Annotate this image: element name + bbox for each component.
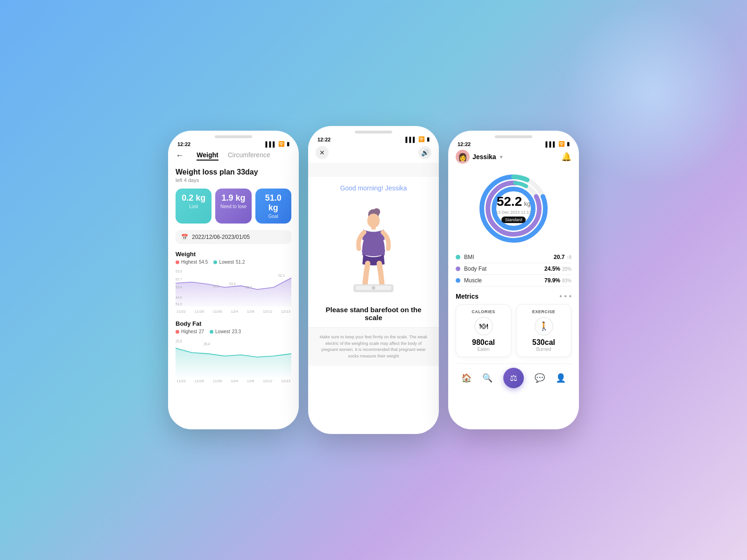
tab-weight[interactable]: Weight (197, 151, 218, 161)
weight-chart-area: 53.5 52.7 53.4 53.9 53.5 55.0 52.2 51.0 … (176, 267, 291, 309)
date-row[interactable]: 📅 2022/12/06-2023/01/05 (176, 230, 291, 244)
status-bar-1: 12:22 ▌▌▌ 🛜 ▮ (168, 138, 299, 147)
bodyfat-dot (456, 266, 460, 271)
scale-instruction: Please stand barefoot on the scale (317, 306, 430, 322)
battery-icon-3: ▮ (567, 141, 570, 147)
svg-text:52.7: 52.7 (176, 277, 182, 282)
stat-lost: 0.2 kg Lost (176, 189, 211, 224)
more-options-icon[interactable]: • • • (559, 292, 571, 301)
bodyfat-x-labels: 11/22 11/26 11/30 12/4 12/8 12/12 12/13 (176, 379, 291, 383)
stat-need-value: 1.9 kg (220, 193, 247, 203)
status-icons-2: ▌▌▌ 🛜 ▮ (406, 136, 430, 142)
stat-goal: 51.0 kg Goal (255, 189, 291, 224)
lowest-legend: Lowest 51.2 (213, 259, 245, 265)
exercise-icon: 🚶 (535, 317, 553, 336)
signal-icon-2: ▌▌▌ (406, 137, 416, 142)
highest-label: Highest (181, 259, 197, 265)
dropdown-icon[interactable]: ▼ (499, 154, 504, 160)
phone3-content: 👩 Jessika ▼ 🔔 (448, 147, 579, 392)
weight-date: 13 Dec 2023 11:13 (496, 210, 531, 215)
search-bar-placeholder (308, 163, 439, 177)
bmi-label: BMI (464, 254, 554, 260)
close-button[interactable]: ✕ (316, 146, 329, 159)
time-3: 12:22 (458, 141, 471, 147)
weight-chart-title: Weight (176, 251, 291, 258)
calories-tile: CALORIES 🍽 980cal Eaten (456, 304, 511, 357)
phone2-footer: Make sure to keep your feet firmly on th… (308, 327, 439, 366)
user-bar: 👩 Jessika ▼ 🔔 (456, 147, 571, 168)
exercise-value: 530cal (521, 338, 566, 347)
wifi-icon-2: 🛜 (418, 136, 425, 142)
stat-lost-value: 0.2 kg (180, 193, 207, 203)
time-1: 12:22 (177, 141, 190, 147)
bodyfat-chart-svg: 25.8 26.4 23 24.0 (176, 337, 291, 379)
bodyfat-lowest-dot (210, 330, 213, 334)
bmi-value: 20.7 (554, 254, 564, 260)
calories-icon: 🍽 (474, 317, 493, 336)
lowest-dot (213, 260, 217, 264)
plan-subtitle: left 4 days (176, 177, 291, 183)
nav-tabs: Weight Circumference (197, 151, 270, 161)
calories-value: 980cal (461, 338, 506, 347)
signal-icon-3: ▌▌▌ (546, 141, 557, 147)
speaker-button[interactable]: 🔊 (418, 146, 431, 159)
weight-legend: Highest 54.5 Lowest 51.2 (176, 259, 291, 265)
svg-text:51.0: 51.0 (176, 302, 182, 307)
scale-nav-button[interactable]: ⚖ (503, 368, 524, 388)
back-button[interactable]: ← (176, 151, 184, 161)
weight-unit: kg (524, 200, 531, 207)
bodyfat-chart-section: Body Fat Highest 27 Lowest 23.3 (176, 320, 291, 383)
svg-text:53.9: 53.9 (213, 284, 219, 288)
exercise-label: EXERCISE (521, 309, 566, 314)
metric-muscle: Muscle 79.9% 83% (456, 275, 571, 287)
metric-bodyfat: Body Fat 24.5% 20% (456, 263, 571, 275)
bodyfat-value: 24.5% (544, 266, 560, 272)
weight-chart-section: Weight Highest 54.5 Lowest 51.2 (176, 251, 291, 314)
phone2-body: Good morning! Jessika (308, 184, 439, 322)
phone-3: 12:22 ▌▌▌ 🛜 ▮ 👩 Jessika ▼ 🔔 (448, 131, 579, 429)
bodyfat-lowest-label: Lowest (215, 329, 230, 334)
phone-2: 12:22 ▌▌▌ 🛜 ▮ ✕ 🔊 Good morning! Jessika (308, 126, 439, 434)
battery-icon: ▮ (287, 141, 289, 147)
ring-center: 52.2 kg 13 Dec 2023 11:13 Standard (496, 194, 531, 223)
profile-nav-icon[interactable]: 👤 (556, 373, 566, 383)
phone-1: 12:22 ▌▌▌ 🛜 ▮ ← Weight Circumference Wei… (168, 131, 299, 429)
highest-legend: Highest 54.5 (176, 259, 208, 265)
stat-goal-value: 51.0 kg (260, 193, 287, 213)
svg-text:25.8: 25.8 (176, 339, 182, 343)
status-icons-1: ▌▌▌ 🛜 ▮ (266, 141, 289, 147)
ring-container: 52.2 kg 13 Dec 2023 11:13 Standard (456, 171, 571, 246)
standard-badge: Standard (501, 217, 526, 223)
weight-display: 52.2 kg (496, 194, 531, 209)
tiles-row: CALORIES 🍽 980cal Eaten EXERCISE 🚶 530ca… (456, 304, 571, 357)
stat-need-label: Need to lose (220, 204, 247, 209)
status-bar-2: 12:22 ▌▌▌ 🛜 ▮ (308, 133, 439, 142)
home-nav-icon[interactable]: 🏠 (461, 373, 472, 383)
bmi-dot (456, 255, 460, 259)
chat-nav-icon[interactable]: 💬 (535, 373, 545, 383)
calendar-icon: 📅 (181, 234, 188, 240)
notification-bell-icon[interactable]: 🔔 (561, 152, 571, 162)
svg-point-15 (367, 214, 380, 228)
stat-lost-label: Lost (180, 204, 207, 209)
search-nav-icon[interactable]: 🔍 (482, 373, 493, 383)
bodyfat-lowest-value: 23.3 (232, 329, 241, 334)
person-figure (343, 202, 404, 295)
weight-x-labels: 11/22 11/26 11/30 12/4 12/8 12/12 12/13 (176, 309, 291, 314)
stat-goal-label: Goal (260, 214, 287, 219)
bodyfat-sub: 20% (562, 266, 571, 272)
bodyfat-legend: Highest 27 Lowest 23.3 (176, 329, 291, 334)
weight-value: 52.2 (497, 194, 522, 209)
exercise-tile: EXERCISE 🚶 530cal Burned (516, 304, 571, 357)
plan-title: Weight loss plan 33day (176, 168, 291, 176)
time-2: 12:22 (317, 137, 331, 142)
svg-text:53.5: 53.5 (229, 282, 236, 287)
muscle-label: Muscle (464, 277, 544, 284)
stats-row: 0.2 kg Lost 1.9 kg Need to lose 51.0 kg … (176, 189, 291, 224)
tab-circumference[interactable]: Circumference (228, 151, 270, 161)
calories-label: CALORIES (461, 309, 506, 314)
bodyfat-highest-dot (176, 330, 179, 334)
bodyfat-label: Body Fat (464, 266, 544, 272)
metrics-list: BMI 20.7 ↑8 Body Fat 24.5% 20% Muscle 79… (456, 252, 571, 287)
greeting: Good morning! Jessika (317, 184, 430, 192)
